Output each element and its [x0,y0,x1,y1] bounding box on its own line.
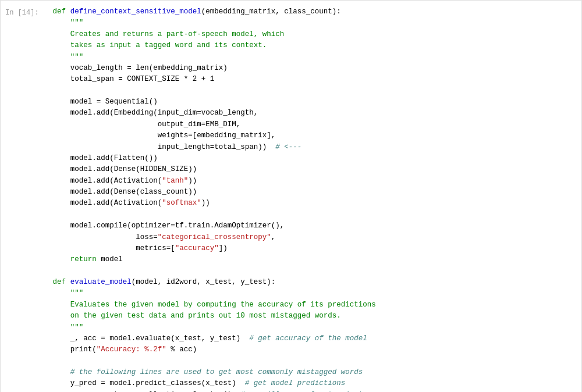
code-block: def define_context_sensitive_model(embed… [53,6,572,392]
cell-content[interactable]: def define_context_sensitive_model(embed… [44,1,581,392]
cell-label: In [14]: [1,1,44,392]
notebook-cell: In [14]: def define_context_sensitive_mo… [0,0,582,392]
